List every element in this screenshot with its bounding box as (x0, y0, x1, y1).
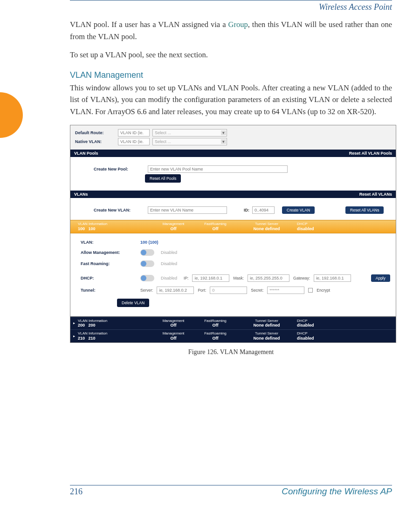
dhcp-label: DHCP: (81, 276, 137, 280)
gateway-label: Gateway: (293, 276, 310, 280)
fast-roaming-state: Disabled (161, 261, 177, 266)
mask-input[interactable] (248, 274, 289, 282)
figure-126: Default Route: Select ... Native VLAN: S… (70, 125, 392, 355)
top-config-area: Default Route: Select ... Native VLAN: S… (70, 125, 396, 150)
allow-management-label: Allow Management: (81, 250, 137, 255)
paragraph-3: This window allows you to set up VLANs a… (70, 82, 392, 118)
encrypt-label: Encrypt (317, 288, 330, 293)
gateway-input[interactable] (314, 274, 351, 282)
caret-right-icon: ▸ (73, 321, 78, 325)
vlans-title: VLANs (74, 192, 88, 197)
page-footer: 216 Configuring the Wireless AP (70, 485, 392, 497)
figure-caption: Figure 126. VLAN Management (70, 348, 392, 356)
allow-management-state: Disabled (161, 250, 177, 255)
create-vlan-id-input[interactable] (252, 206, 275, 214)
header-rule (70, 0, 392, 0)
dhcp-state: Disabled (161, 276, 177, 280)
fast-roaming-toggle[interactable] (140, 260, 154, 267)
encrypt-checkbox[interactable] (308, 288, 313, 293)
port-label: Port: (198, 288, 206, 293)
vlan-100-detail: VLAN: 100 (100) Allow Management: Disabl… (70, 233, 396, 317)
tunnel-secret-input[interactable] (267, 287, 304, 294)
create-pool-name-input[interactable] (148, 165, 288, 173)
paragraph-2: To set up a VLAN pool, see the next sect… (70, 49, 392, 61)
page-tab-decoration (0, 92, 23, 138)
ip-label: IP: (184, 276, 188, 280)
running-header: Wireless Access Point (70, 2, 392, 12)
tunnel-label: Tunnel: (81, 288, 137, 293)
fast-roaming-label: Fast Roaming: (81, 261, 137, 266)
reset-all-vlans-link[interactable]: Reset All VLANs (359, 192, 392, 197)
vlan-pools-body: Create New Pool: Reset All Pools (70, 157, 396, 191)
page-number: 216 (70, 487, 83, 497)
vlans-create-body: Create New VLAN: ID: Create VLAN Reset A… (70, 198, 396, 220)
native-vlan-id-input[interactable] (118, 138, 150, 145)
tunnel-port-input[interactable] (210, 287, 247, 294)
default-route-label: Default Route: (75, 130, 115, 135)
vlan-id-label: ID: (244, 208, 249, 212)
reset-all-vlan-pools-link[interactable]: Reset All VLAN Pools (349, 151, 392, 156)
native-vlan-label: Native VLAN: (75, 139, 115, 144)
apply-button[interactable]: Apply (371, 274, 390, 282)
dhcp-toggle[interactable] (140, 275, 154, 281)
vlan-row-210-header[interactable]: ▸ VLAN Information 210 210 Management Of… (70, 329, 396, 342)
ip-input[interactable] (192, 274, 229, 282)
create-vlan-name-input[interactable] (148, 206, 227, 214)
caret-right-icon: ▸ (73, 334, 78, 338)
para1-pre: VLAN pool. If a user has a VLAN assigned… (70, 20, 228, 29)
vlan-100-info: 100 100 (78, 226, 152, 232)
default-route-vlan-id-input[interactable] (118, 129, 150, 137)
tunnel-server-input[interactable] (157, 287, 194, 294)
section-heading-vlan-management: VLAN Management (70, 70, 392, 80)
vlan-pools-title: VLAN Pools (74, 151, 98, 156)
create-vlan-button[interactable]: Create VLAN (282, 206, 315, 214)
mask-label: Mask: (233, 276, 244, 280)
col-info-header: VLAN Information (78, 222, 152, 226)
server-label: Server: (140, 288, 153, 293)
allow-management-toggle[interactable] (140, 249, 154, 256)
vlan-pools-bar: VLAN Pools Reset All VLAN Pools (70, 150, 396, 157)
create-new-vlan-label: Create New VLAN: (94, 208, 145, 212)
native-vlan-select[interactable]: Select ... (152, 138, 227, 145)
group-link[interactable]: Group (228, 20, 248, 29)
paragraph-1: VLAN pool. If a user has a VLAN assigned… (70, 19, 392, 42)
secret-label: Secret: (251, 288, 263, 293)
footer-rule (70, 485, 392, 485)
create-new-pool-label: Create New Pool: (94, 167, 145, 171)
detail-vlan-value: 100 (100) (140, 240, 158, 245)
vlans-bar: VLANs Reset All VLANs (70, 191, 396, 198)
footer-chapter-title: Configuring the Wireless AP (282, 486, 392, 497)
vlan-row-200-header[interactable]: ▸ VLAN Information 200 200 Management Of… (70, 317, 396, 329)
vlan-management-screenshot: Default Route: Select ... Native VLAN: S… (70, 125, 396, 342)
reset-all-vlans-button[interactable]: Reset All VLANs (345, 206, 384, 214)
delete-vlan-button[interactable]: Delete VLAN (117, 299, 149, 307)
default-route-select[interactable]: Select ... (152, 129, 227, 137)
detail-vlan-label: VLAN: (81, 240, 137, 245)
vlan-row-100-header[interactable]: VLAN Information 100 100 Management Off … (70, 220, 396, 233)
reset-all-pools-button[interactable]: Reset All Pools (145, 174, 181, 183)
